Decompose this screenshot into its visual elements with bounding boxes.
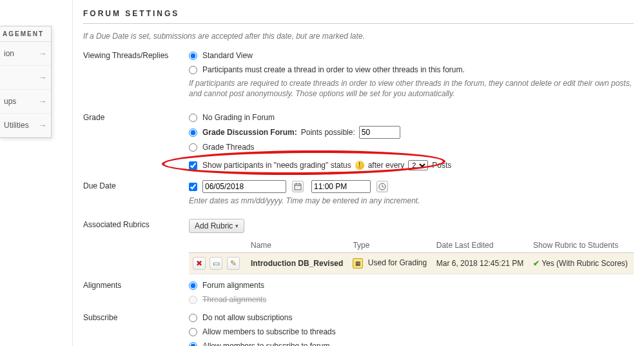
subscribe-forum-radio[interactable] — [189, 342, 197, 347]
grading-type-icon[interactable]: ▦ — [353, 258, 363, 269]
rubric-row: ✖ ▭ ✎ Introduction DB_Revised ▦ Used for… — [189, 253, 634, 274]
rubric-name: Introduction DB_Revised — [251, 259, 343, 268]
forum-settings-panel: FORUM SETTINGS If a Due Date is set, sub… — [72, 0, 644, 346]
rubric-date: Mar 6, 2018 12:45:21 PM — [433, 253, 529, 274]
subscribe-label: Subscribe — [83, 312, 189, 322]
due-date-enable-checkbox[interactable] — [189, 183, 197, 191]
no-grading-label: No Grading in Forum — [202, 112, 275, 123]
grade-label: Grade — [83, 112, 189, 122]
remove-rubric-icon[interactable]: ✖ — [193, 257, 206, 270]
viewing-standard-radio[interactable] — [189, 52, 197, 60]
grade-threads-radio[interactable] — [189, 143, 197, 152]
due-date-label: Due Date — [83, 180, 189, 190]
needs-grading-checkbox[interactable] — [189, 161, 197, 170]
subscribe-threads-label: Allow members to subscribe to threads — [202, 326, 336, 338]
col-name: Name — [247, 238, 349, 253]
due-date-note: If a Due Date is set, submissions are ac… — [83, 32, 634, 41]
edit-rubric-icon[interactable]: ✎ — [227, 257, 240, 270]
menu-item-label: ups — [4, 97, 16, 106]
grade-forum-label: Grade Discussion Forum: — [202, 128, 297, 137]
viewing-standard-label: Standard View — [202, 50, 253, 61]
section-title: FORUM SETTINGS — [83, 6, 634, 24]
view-rubric-icon[interactable]: ▭ — [210, 257, 222, 270]
svg-rect-3 — [299, 183, 300, 185]
col-date: Date Last Edited — [433, 238, 529, 253]
posts-suffix: Posts — [432, 159, 451, 171]
menu-item-3[interactable]: Utilities → — [0, 114, 51, 137]
forum-alignments-label: Forum alignments — [202, 280, 264, 291]
no-grading-radio[interactable] — [189, 114, 197, 122]
grade-threads-label: Grade Threads — [202, 141, 255, 153]
menu-item-label: Utilities — [4, 121, 29, 130]
menu-item-1[interactable]: → — [0, 66, 51, 90]
forum-alignments-radio[interactable] — [189, 281, 197, 290]
col-type: Type — [349, 238, 432, 253]
check-icon[interactable]: ✔ — [533, 259, 540, 268]
grade-forum-radio[interactable] — [189, 128, 197, 137]
due-date-input[interactable] — [202, 180, 286, 193]
svg-rect-0 — [295, 184, 301, 190]
rubrics-label: Associated Rubrics — [83, 219, 189, 229]
arrow-right-icon: → — [38, 120, 47, 130]
chevron-down-icon: ▾ — [235, 223, 239, 229]
viewing-note: If participants are required to create t… — [189, 78, 634, 99]
rubric-show: Yes (With Rubric Scores) — [542, 259, 628, 268]
rubric-type: Used for Grading — [368, 258, 427, 267]
arrow-right-icon: → — [38, 96, 47, 107]
clock-icon[interactable] — [376, 181, 388, 192]
arrow-right-icon: → — [38, 72, 47, 83]
rubrics-table: Name Type Date Last Edited Show Rubric t… — [189, 238, 634, 274]
col-show: Show Rubric to Students — [529, 238, 634, 253]
subscribe-none-label: Do not allow subscriptions — [202, 312, 292, 323]
after-every-label: after every — [368, 159, 405, 171]
viewing-participants-radio[interactable] — [189, 66, 197, 74]
viewing-label: Viewing Threads/Replies — [83, 50, 189, 60]
subscribe-none-radio[interactable] — [189, 314, 197, 322]
alignments-label: Alignments — [83, 280, 189, 290]
left-course-menu: AGEMENT ion → → ups → Utilities → — [0, 26, 52, 138]
subscribe-threads-radio[interactable] — [189, 328, 197, 336]
thread-alignments-radio — [189, 296, 197, 304]
svg-line-6 — [382, 187, 384, 187]
menu-item-0[interactable]: ion → — [0, 42, 51, 66]
subscribe-forum-label: Allow members to subscribe to forum — [202, 340, 329, 346]
menu-item-2[interactable]: ups → — [0, 90, 51, 114]
calendar-icon[interactable] — [292, 181, 304, 192]
needs-grading-status-icon: ! — [355, 161, 364, 170]
menu-item-label: ion — [4, 49, 14, 58]
svg-rect-2 — [296, 183, 297, 185]
posts-count-select[interactable]: 2 — [408, 160, 428, 170]
needs-grading-prefix: Show participants in "needs grading" sta… — [202, 159, 351, 171]
due-time-input[interactable] — [311, 180, 371, 193]
viewing-participants-label: Participants must create a thread in ord… — [202, 64, 465, 76]
add-rubric-button[interactable]: Add Rubric ▾ — [189, 219, 244, 233]
due-date-hint: Enter dates as mm/dd/yyyy. Time may be e… — [189, 196, 634, 206]
add-rubric-label: Add Rubric — [195, 221, 233, 230]
menu-heading: AGEMENT — [0, 26, 51, 42]
points-possible-input[interactable] — [359, 126, 400, 139]
arrow-right-icon: → — [38, 48, 47, 59]
points-possible-label: Points possible: — [301, 127, 355, 138]
thread-alignments-label: Thread alignments — [202, 294, 266, 305]
